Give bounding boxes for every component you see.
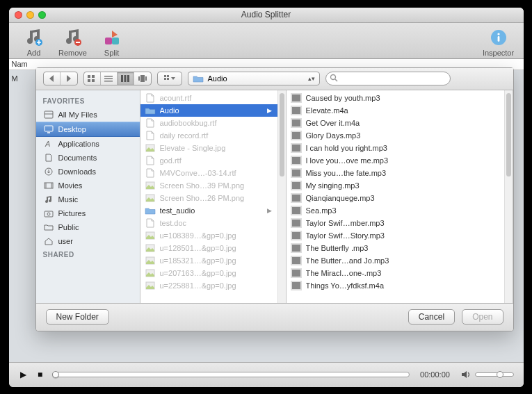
file-row[interactable]: The Butterfly .mp3: [287, 242, 504, 254]
sidebar-item-all-my-files[interactable]: All My Files: [36, 108, 140, 122]
file-row[interactable]: Taylor Swif…mber.mp3: [287, 217, 504, 229]
file-row[interactable]: audiobookbug.rtf: [140, 117, 277, 129]
sidebar-item-label: Pictures: [58, 209, 86, 217]
file-row[interactable]: Screen Sho…26 PM.png: [140, 192, 277, 204]
file-row[interactable]: Audio▶: [140, 104, 277, 117]
nav-forward-button[interactable]: [61, 72, 77, 85]
cancel-button[interactable]: Cancel: [408, 309, 455, 325]
file-row[interactable]: u=185321…&gp=0.jpg: [140, 254, 277, 267]
svg-point-36: [47, 213, 50, 215]
remove-button[interactable]: Remove: [54, 26, 92, 57]
file-row[interactable]: u=128501…&gp=0.jpg: [140, 242, 277, 254]
file-row[interactable]: Miss you…the fate.mp3: [287, 167, 504, 179]
sidebar-item-documents[interactable]: Documents: [36, 151, 140, 165]
file-name: audiobookbug.rtf: [160, 119, 272, 127]
stop-button[interactable]: ■: [35, 370, 45, 379]
svg-rect-50: [292, 120, 300, 126]
file-row[interactable]: My singing.mp3: [287, 179, 504, 192]
file-row[interactable]: Qianqianquege.mp3: [287, 192, 504, 204]
audio-file-icon: [291, 231, 302, 240]
sidebar-item-applications[interactable]: AApplications: [36, 137, 140, 151]
svg-rect-35: [45, 211, 53, 217]
sidebar-item-downloads[interactable]: Downloads: [36, 165, 140, 179]
add-button[interactable]: Add: [15, 26, 54, 57]
sidebar-item-public[interactable]: Public: [36, 220, 140, 234]
arrange-menu[interactable]: [157, 72, 182, 85]
file-name: Caused by youth.mp3: [306, 94, 499, 102]
file-row[interactable]: Get Over it.m4a: [287, 117, 504, 129]
file-row[interactable]: Caused by youth.mp3: [287, 92, 504, 104]
scroll-thumb[interactable]: [280, 93, 284, 177]
document-file-icon: [145, 168, 156, 178]
file-row[interactable]: Elevate.m4a: [287, 104, 504, 117]
sidebar-item-music[interactable]: Music: [36, 192, 140, 206]
file-row[interactable]: I can hold you right.mp3: [287, 142, 504, 154]
file-row[interactable]: I love you…ove me.mp3: [287, 154, 504, 167]
volume-slider[interactable]: [475, 372, 514, 377]
image-file-icon: [145, 143, 156, 153]
file-row[interactable]: acount.rtf: [140, 92, 277, 104]
split-button[interactable]: Split: [92, 26, 131, 57]
minimize-window-button[interactable]: [26, 11, 34, 19]
sidebar-item-label: Desktop: [58, 125, 86, 133]
view-columns-button[interactable]: [118, 72, 134, 85]
file-row[interactable]: Things Yo…yfdksf.m4a: [287, 279, 504, 292]
file-name: Screen Sho…39 PM.png: [160, 181, 272, 190]
folder-icon: [193, 74, 204, 83]
file-row[interactable]: daily record.rtf: [140, 129, 277, 142]
file-row[interactable]: The Miracl…one-.mp3: [287, 267, 504, 279]
audio-file-icon: [291, 131, 302, 140]
sidebar-item-movies[interactable]: Movies: [36, 179, 140, 192]
view-icons-button[interactable]: [84, 72, 101, 85]
seek-knob[interactable]: [52, 371, 59, 378]
file-name: I love you…ove me.mp3: [306, 156, 499, 165]
file-name: u=207163…&gp=0.jpg: [160, 269, 272, 277]
file-row[interactable]: The Butter…and Jo.mp3: [287, 254, 504, 267]
file-row[interactable]: Taylor Swif…Story.mp3: [287, 229, 504, 242]
search-field-wrap: [325, 72, 451, 85]
file-row[interactable]: Sea.mp3: [287, 204, 504, 217]
volume-knob[interactable]: [497, 371, 503, 378]
file-row[interactable]: u=207163…&gp=0.jpg: [140, 267, 277, 279]
file-row[interactable]: u=108389…&gp=0.jpg: [140, 229, 277, 242]
sidebar-item-label: user: [58, 237, 73, 245]
view-list-button[interactable]: [101, 72, 118, 85]
sidebar-item-pictures[interactable]: Pictures: [36, 206, 140, 220]
open-button[interactable]: Open: [462, 309, 503, 325]
inspector-button[interactable]: Inspector: [479, 26, 518, 57]
arrange-button[interactable]: [158, 72, 182, 85]
file-row[interactable]: Glory Days.mp3: [287, 129, 504, 142]
file-name: Sea.mp3: [306, 206, 499, 215]
svg-rect-66: [292, 220, 300, 227]
view-coverflow-button[interactable]: [134, 72, 151, 85]
file-row[interactable]: Screen Sho…39 PM.png: [140, 179, 277, 192]
image-file-icon: [145, 256, 156, 265]
close-window-button[interactable]: [15, 11, 22, 19]
search-input[interactable]: [325, 72, 451, 85]
folder-icon: [43, 222, 54, 232]
file-row[interactable]: test.doc: [140, 217, 277, 229]
content-area: M Audio ▴▾: [9, 70, 524, 362]
sidebar-item-user[interactable]: user: [36, 234, 140, 248]
svg-rect-52: [292, 132, 300, 139]
audio-file-icon: [291, 181, 302, 190]
svg-rect-21: [167, 75, 169, 77]
nav-back-button[interactable]: [44, 72, 61, 85]
file-row[interactable]: M4VConve…-03-14.rtf: [140, 167, 277, 179]
file-name: Screen Sho…26 PM.png: [160, 194, 272, 202]
file-row[interactable]: u=225881…&gp=0.jpg: [140, 279, 277, 292]
file-row[interactable]: Elevate - Single.jpg: [140, 142, 277, 154]
zoom-window-button[interactable]: [38, 11, 46, 19]
scroll-thumb[interactable]: [506, 93, 511, 177]
new-folder-button[interactable]: New Folder: [46, 309, 109, 325]
path-popup[interactable]: Audio ▴▾: [188, 72, 320, 85]
scrollbar[interactable]: [277, 90, 286, 303]
home-icon: [43, 236, 54, 246]
play-button[interactable]: ▶: [19, 370, 29, 379]
seek-slider[interactable]: [52, 372, 410, 377]
sidebar-item-desktop[interactable]: Desktop: [36, 122, 140, 137]
desktop-icon: [43, 124, 54, 134]
file-row[interactable]: god.rtf: [140, 154, 277, 167]
file-row[interactable]: test_audio▶: [140, 204, 277, 217]
scrollbar[interactable]: [504, 90, 513, 303]
